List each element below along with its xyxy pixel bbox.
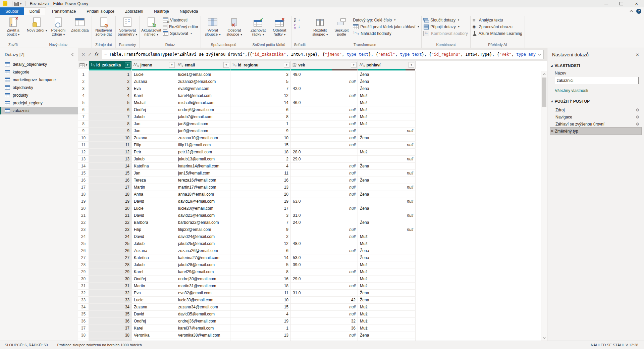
cell[interactable]: 31.0: [291, 290, 358, 297]
cell[interactable]: David: [132, 212, 176, 219]
cell[interactable]: 24.0: [291, 219, 358, 226]
cell[interactable]: null: [291, 304, 358, 311]
cell[interactable]: Zuzana: [132, 135, 176, 142]
cell[interactable]: David: [132, 233, 176, 240]
cell[interactable]: 16: [89, 177, 132, 184]
gear-icon[interactable]: ⚙: [636, 108, 639, 112]
cell[interactable]: jakub28@email.com: [176, 261, 230, 268]
cell[interactable]: 14: [230, 254, 291, 261]
cell[interactable]: vaclav39@email.com: [176, 339, 230, 341]
row-number[interactable]: 11: [78, 142, 89, 149]
cell[interactable]: 15: [89, 170, 132, 177]
row-number[interactable]: 2: [78, 78, 89, 85]
seskupit-podle-button[interactable]: Seskupit podle: [331, 16, 352, 42]
cell[interactable]: Jakub: [132, 240, 176, 247]
zachovat-radky-button[interactable]: Zachovat řádky ▾: [247, 16, 269, 42]
filter-dropdown-icon[interactable]: ▼: [169, 62, 175, 68]
cell[interactable]: Žena: [358, 191, 416, 198]
cell[interactable]: david24@email.com: [176, 233, 230, 240]
cell[interactable]: karel37@email.com: [176, 325, 230, 332]
scroll-up-icon[interactable]: [541, 71, 547, 77]
cell[interactable]: 14: [230, 99, 291, 106]
cell[interactable]: eva3@email.com: [176, 85, 230, 92]
cell[interactable]: veronika38@email.com: [176, 332, 230, 339]
cell[interactable]: karel29@email.com: [176, 268, 230, 276]
cell[interactable]: null: [291, 120, 358, 128]
row-number[interactable]: 1: [78, 71, 89, 78]
collapse-ribbon-icon[interactable]: [630, 10, 633, 12]
cell[interactable]: 32: [291, 318, 358, 325]
pouzit-prvni-radek-jako-zahlavi-button[interactable]: Použít první řádek jako záhlaví▾: [353, 24, 419, 30]
cell[interactable]: Muž: [358, 106, 416, 113]
cell[interactable]: 12: [230, 92, 291, 99]
cell[interactable]: 2: [230, 233, 291, 240]
cell[interactable]: 18: [89, 191, 132, 198]
cell[interactable]: Muž: [358, 240, 416, 247]
tab-transformace[interactable]: Transformace: [46, 7, 82, 15]
formula-accept-icon[interactable]: ✓: [88, 52, 92, 57]
filter-dropdown-icon[interactable]: ▼: [409, 62, 414, 68]
cell[interactable]: 49.0: [291, 71, 358, 78]
cell[interactable]: 36: [89, 318, 132, 325]
cell[interactable]: 10: [230, 297, 291, 304]
scrollbar-thumb[interactable]: [542, 78, 546, 107]
tab-pridani-sloupce[interactable]: Přidání sloupce: [81, 7, 120, 15]
cell[interactable]: 9: [230, 128, 291, 135]
cell[interactable]: Petr: [132, 149, 176, 156]
cell[interactable]: null: [291, 247, 358, 254]
vlastnosti-button[interactable]: Vlastnosti: [163, 17, 198, 23]
cell[interactable]: Ondřej: [132, 318, 176, 325]
cell[interactable]: 10: [230, 135, 291, 142]
cell[interactable]: Jan: [132, 170, 176, 177]
gear-icon[interactable]: ⚙: [636, 115, 639, 119]
cell[interactable]: filip11@email.com: [176, 142, 230, 149]
cell[interactable]: karel4@email.com: [176, 92, 230, 99]
cell[interactable]: katerina14@email.com: [176, 163, 230, 170]
cell[interactable]: katerina27@email.com: [176, 254, 230, 261]
query-item-prodejni-regiony[interactable]: prodejni_regiony: [0, 99, 78, 107]
cell[interactable]: 15: [230, 142, 291, 149]
query-item-objednavky[interactable]: objednavky: [0, 84, 78, 91]
cell[interactable]: 11: [89, 142, 132, 149]
cell[interactable]: null: [291, 339, 358, 341]
row-number[interactable]: 21: [78, 212, 89, 219]
cell[interactable]: Žena: [358, 205, 416, 212]
cell[interactable]: 8: [89, 120, 132, 128]
cell[interactable]: null: [358, 156, 416, 163]
column-header-pohlavi[interactable]: ABCpohlaví▼: [358, 61, 416, 69]
cell[interactable]: Žena: [358, 219, 416, 226]
cell[interactable]: null: [291, 205, 358, 212]
cell[interactable]: 1: [230, 325, 291, 332]
cell[interactable]: Žena: [358, 332, 416, 339]
cell[interactable]: null: [291, 128, 358, 135]
cell[interactable]: zuzana34@email.com: [176, 304, 230, 311]
cell[interactable]: Muž: [358, 120, 416, 128]
cell[interactable]: Žena: [358, 85, 416, 92]
query-item-marketingove-kampane[interactable]: marketingove_kampane: [0, 76, 78, 84]
cell[interactable]: David: [132, 198, 176, 205]
cell[interactable]: Eva: [132, 85, 176, 92]
filter-dropdown-icon[interactable]: ▼: [223, 62, 229, 68]
quick-access-caret-icon[interactable]: ▾: [20, 2, 21, 5]
cell[interactable]: 11: [230, 170, 291, 177]
aktualizovat-nahled-button[interactable]: Aktualizovat náhled ▾: [141, 16, 162, 42]
cell[interactable]: Karel: [132, 268, 176, 276]
cell[interactable]: 12: [230, 240, 291, 247]
row-number[interactable]: 3: [78, 85, 89, 92]
cell[interactable]: 20: [89, 205, 132, 212]
cell[interactable]: jakub25@email.com: [176, 240, 230, 247]
cell[interactable]: 11: [230, 290, 291, 297]
cell[interactable]: 19: [230, 318, 291, 325]
cell[interactable]: jakub13@email.com: [176, 156, 230, 163]
cell[interactable]: null: [291, 311, 358, 318]
cell[interactable]: null: [291, 191, 358, 198]
cell[interactable]: Jan: [132, 120, 176, 128]
cell[interactable]: Muž: [358, 113, 416, 120]
spravovat-parametry-button[interactable]: Spravovat parametry ▾: [117, 16, 138, 42]
cell[interactable]: 13: [230, 184, 291, 191]
cell[interactable]: 19: [89, 198, 132, 205]
cell[interactable]: filip23@email.com: [176, 226, 230, 233]
row-number[interactable]: 25: [78, 240, 89, 247]
cell[interactable]: 29.0: [291, 156, 358, 163]
column-header-id-regionu[interactable]: 1²₃id_regionu▼: [230, 61, 291, 69]
